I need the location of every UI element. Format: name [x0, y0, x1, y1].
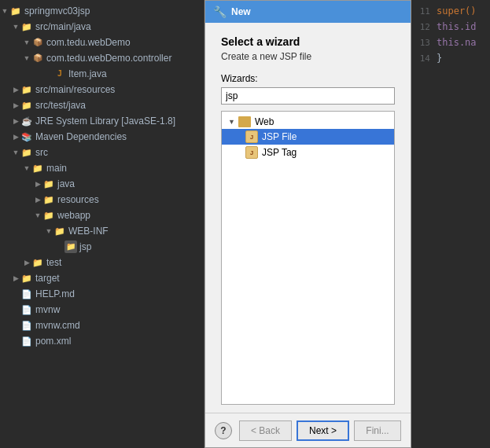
tree-arrow-main: ▼	[22, 164, 31, 172]
jsp-file-icon: J	[245, 130, 258, 143]
tree-icon-src-test-java: 📁	[20, 99, 33, 112]
tree-icon-com-tedu-webdemo-controller: 📦	[31, 52, 44, 64]
footer-buttons: < Back Next > Fini...	[239, 420, 401, 441]
help-button[interactable]: ?	[215, 422, 232, 439]
tree-icon-help-md: 📄	[20, 288, 33, 300]
tree-icon-com-tedu-webdemo: 📦	[31, 36, 44, 49]
web-group[interactable]: ▼ Web	[222, 115, 394, 129]
dialog-body: Select a wizard Create a new JSP file Wi…	[205, 23, 411, 413]
tree-icon-jsp: 📁	[64, 241, 77, 253]
tree-arrow-test: ▶	[22, 259, 31, 266]
wizards-label: Wizards:	[221, 73, 395, 84]
tree-icon-item-java: J	[53, 68, 66, 80]
tree-item-jre-system[interactable]: ▶☕JRE System Library [JavaSE-1.8]	[0, 113, 204, 129]
tree-label-item-java: Item.java	[68, 68, 107, 79]
tree-item-com-tedu-webdemo[interactable]: ▼📦com.tedu.webDemo	[0, 35, 204, 50]
tree-label-src-main-java: src/main/java	[35, 21, 91, 32]
tree-label-springmvc03jsp: springmvc03jsp	[24, 6, 90, 17]
right-area: 🔧 New Select a wizard Create a new JSP f…	[204, 0, 411, 448]
tree-item-maven-deps[interactable]: ▶📚Maven Dependencies	[0, 129, 204, 145]
dialog-title: New	[231, 6, 251, 17]
tree-arrow-webapp: ▼	[33, 211, 42, 219]
jsp-file-item[interactable]: J JSP File	[222, 129, 394, 145]
tree-item-src-test-java[interactable]: ▶📁src/test/java	[0, 97, 204, 113]
tree-label-src-main-resources: src/main/resources	[35, 84, 115, 95]
tree-arrow-resources: ▶	[33, 196, 42, 204]
finish-button[interactable]: Fini...	[354, 420, 401, 441]
tree-item-jsp[interactable]: 📁jsp	[0, 239, 204, 255]
tree-item-webapp[interactable]: ▼📁webapp	[0, 207, 204, 223]
tree-arrow-com-tedu-webdemo-controller: ▼	[22, 54, 31, 62]
tree-item-target[interactable]: ▶📁target	[0, 270, 204, 286]
tree-arrow-web-inf: ▼	[44, 227, 53, 235]
back-button[interactable]: < Back	[239, 420, 292, 441]
tree-item-com-tedu-webdemo-controller[interactable]: ▼📦com.tedu.webDemo.controller	[0, 50, 204, 66]
tree-item-src[interactable]: ▼📁src	[0, 145, 204, 160]
tree-item-main[interactable]: ▼📁main	[0, 160, 204, 176]
dialog-subtitle: Create a new JSP file	[221, 51, 395, 62]
code-line-14: 14}	[411, 50, 490, 66]
tree-item-item-java[interactable]: JItem.java	[0, 66, 204, 82]
footer-left: ?	[215, 422, 232, 439]
tree-label-maven-deps: Maven Dependencies	[35, 131, 127, 142]
tree-arrow-com-tedu-webdemo: ▼	[22, 39, 31, 46]
wizard-tree: ▼ Web J JSP File J JSP Tag	[221, 111, 395, 405]
dialog-titlebar: 🔧 New	[205, 1, 411, 23]
tree-label-src-test-java: src/test/java	[35, 100, 86, 111]
tree-icon-webapp: 📁	[42, 209, 55, 222]
tree-item-mvnw-cmd[interactable]: 📄mvnw.cmd	[0, 318, 204, 333]
next-button[interactable]: Next >	[297, 420, 349, 441]
tree-label-src: src	[35, 147, 48, 158]
wizard-search-input[interactable]	[221, 87, 395, 105]
tree-item-resources[interactable]: ▶📁resources	[0, 192, 204, 207]
web-group-label: Web	[255, 116, 274, 127]
project-tree: ▼📁springmvc03jsp▼📁src/main/java▼📦com.ted…	[0, 0, 204, 448]
tree-label-main: main	[46, 163, 67, 174]
tree-arrow-jre-system: ▶	[11, 117, 20, 125]
tree-item-mvnw[interactable]: 📄mvnw	[0, 302, 204, 318]
tree-arrow-target: ▶	[11, 274, 20, 282]
jsp-tag-label: JSP Tag	[262, 147, 297, 158]
tree-label-jre-system: JRE System Library [JavaSE-1.8]	[35, 116, 175, 127]
tree-label-java: java	[57, 178, 75, 189]
tree-icon-main: 📁	[31, 162, 44, 174]
jsp-file-label: JSP File	[262, 131, 297, 142]
tree-icon-src-main-resources: 📁	[20, 83, 33, 96]
code-line-13: 13this.na	[411, 35, 490, 50]
web-group-icon	[238, 116, 251, 127]
jsp-tag-icon: J	[245, 146, 258, 159]
tree-label-webapp: webapp	[57, 210, 90, 221]
tree-arrow-java: ▶	[33, 180, 42, 188]
tree-item-src-main-resources[interactable]: ▶📁src/main/resources	[0, 82, 204, 97]
tree-label-resources: resources	[57, 194, 99, 205]
tree-item-java[interactable]: ▶📁java	[0, 176, 204, 192]
jsp-tag-item[interactable]: J JSP Tag	[222, 145, 394, 160]
tree-icon-resources: 📁	[42, 193, 55, 206]
tree-label-test: test	[46, 257, 61, 268]
dialog-footer: ? < Back Next > Fini...	[205, 413, 411, 447]
tree-icon-src: 📁	[20, 146, 33, 159]
tree-icon-springmvc03jsp: 📁	[9, 5, 22, 17]
dialog-icon: 🔧	[213, 6, 227, 18]
tree-item-web-inf[interactable]: ▼📁WEB-INF	[0, 223, 204, 239]
tree-item-help-md[interactable]: 📄HELP.md	[0, 286, 204, 302]
tree-icon-mvnw: 📄	[20, 303, 33, 316]
web-group-arrow: ▼	[228, 118, 235, 126]
tree-label-mvnw: mvnw	[35, 304, 60, 315]
tree-label-web-inf: WEB-INF	[68, 226, 109, 237]
code-editor-panel: 11super()12this.id13this.na14}	[411, 0, 490, 448]
tree-item-src-main-java[interactable]: ▼📁src/main/java	[0, 19, 204, 35]
code-line-11: 11super()	[411, 3, 490, 19]
tree-label-mvnw-cmd: mvnw.cmd	[35, 320, 80, 331]
tree-label-com-tedu-webdemo: com.tedu.webDemo	[46, 37, 131, 48]
tree-item-test[interactable]: ▶📁test	[0, 255, 204, 270]
code-line-12: 12this.id	[411, 19, 490, 35]
tree-item-springmvc03jsp[interactable]: ▼📁springmvc03jsp	[0, 3, 204, 19]
tree-item-pom-xml[interactable]: 📄pom.xml	[0, 333, 204, 349]
tree-icon-test: 📁	[31, 256, 44, 269]
tree-arrow-src-main-java: ▼	[11, 23, 20, 31]
tree-icon-web-inf: 📁	[53, 225, 66, 237]
tree-icon-src-main-java: 📁	[20, 20, 33, 33]
tree-label-help-md: HELP.md	[35, 288, 75, 299]
tree-label-pom-xml: pom.xml	[35, 336, 71, 347]
